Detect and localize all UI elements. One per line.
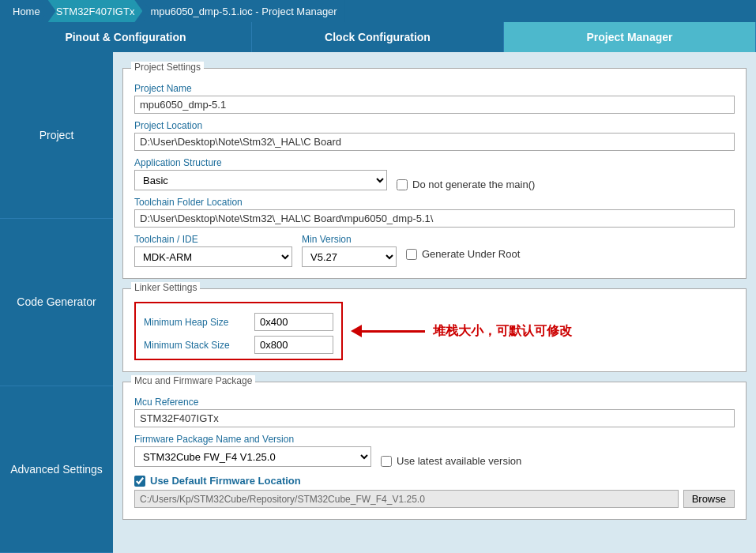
project-name-label: Project Name: [134, 83, 735, 94]
use-default-firmware-checkbox[interactable]: [134, 476, 145, 487]
breadcrumb: Home STM32F407IGTx mpu6050_dmp-5.1.ioc -…: [0, 0, 756, 22]
use-latest-row: Use latest available version: [381, 455, 521, 467]
annotation-arrow: [351, 325, 425, 337]
sidebar-item-advanced-settings[interactable]: Advanced Settings: [0, 386, 113, 553]
tabbar: Pinout & Configuration Clock Configurati…: [0, 22, 756, 52]
generate-under-root-row: Generate Under Root: [406, 248, 520, 260]
breadcrumb-home[interactable]: Home: [6, 0, 48, 22]
breadcrumb-project[interactable]: mpu6050_dmp-5.1.ioc - Project Manager: [142, 0, 344, 22]
app-structure-label: Application Structure: [134, 157, 735, 168]
fw-package-label: Firmware Package Name and Version: [134, 434, 735, 445]
sidebar-item-code-generator[interactable]: Code Generator: [0, 219, 113, 386]
min-stack-label: Minimum Stack Size: [144, 340, 246, 351]
do-not-generate-row: Do not generate the main(): [397, 179, 535, 190]
do-not-generate-checkbox[interactable]: [397, 179, 408, 190]
arrow-head-icon: [351, 325, 362, 337]
use-default-firmware-row: Use Default Firmware Location: [134, 475, 735, 487]
linker-highlight-box: Minimum Heap Size Minimum Stack Size: [134, 302, 343, 360]
main-layout: Project Code Generator Advanced Settings…: [0, 52, 756, 553]
firmware-path-input: [134, 490, 679, 508]
content-area: Project Settings Project Name Project Lo…: [113, 52, 756, 553]
linker-settings-title: Linker Settings: [131, 282, 200, 293]
arrow-line: [362, 330, 425, 333]
do-not-generate-label: Do not generate the main(): [412, 179, 535, 190]
linker-settings-section: Linker Settings Minimum Heap Size Minimu…: [122, 288, 747, 372]
mcu-ref-label: Mcu Reference: [134, 397, 735, 408]
annotation-text: 堆栈大小，可默认可修改: [433, 323, 572, 340]
project-location-label: Project Location: [134, 120, 735, 131]
toolchain-ide-label: Toolchain / IDE: [134, 234, 292, 245]
generate-under-root-label: Generate Under Root: [422, 248, 520, 260]
browse-button[interactable]: Browse: [683, 490, 735, 508]
mcu-ref-input[interactable]: [134, 409, 735, 427]
project-settings-title: Project Settings: [131, 62, 204, 73]
fw-package-select[interactable]: STM32Cube FW_F4 V1.25.0: [134, 446, 371, 467]
toolchain-folder-input[interactable]: [134, 209, 735, 228]
sidebar-item-project[interactable]: Project: [0, 52, 113, 219]
project-name-input[interactable]: [134, 96, 735, 114]
project-settings-section: Project Settings Project Name Project Lo…: [122, 68, 747, 279]
toolchain-ide-select[interactable]: MDK-ARM EWARM SW4STM32: [134, 246, 292, 267]
breadcrumb-mcu[interactable]: STM32F407IGTx: [48, 0, 143, 22]
mcu-firmware-title: Mcu and Firmware Package: [131, 375, 255, 386]
tab-pinout[interactable]: Pinout & Configuration: [0, 22, 252, 52]
tab-project-manager[interactable]: Project Manager: [504, 22, 756, 52]
firmware-path-row: Browse: [134, 490, 735, 508]
use-latest-checkbox[interactable]: [381, 456, 392, 467]
sidebar: Project Code Generator Advanced Settings: [0, 52, 113, 553]
use-latest-label: Use latest available version: [397, 455, 521, 467]
generate-under-root-checkbox[interactable]: [406, 249, 417, 260]
use-default-firmware-label: Use Default Firmware Location: [150, 475, 301, 487]
annotation-area: 堆栈大小，可默认可修改: [343, 323, 572, 340]
toolchain-folder-label: Toolchain Folder Location: [134, 197, 735, 208]
app-structure-select[interactable]: Basic Advanced: [134, 170, 387, 190]
min-version-select[interactable]: V5.27 V5.36: [302, 246, 397, 267]
project-location-input[interactable]: [134, 133, 735, 151]
min-version-label: Min Version: [302, 234, 397, 245]
min-heap-input[interactable]: [254, 313, 333, 331]
min-stack-input[interactable]: [254, 336, 333, 354]
tab-clock[interactable]: Clock Configuration: [252, 22, 504, 52]
min-heap-label: Minimum Heap Size: [144, 317, 246, 328]
mcu-firmware-section: Mcu and Firmware Package Mcu Reference F…: [122, 382, 747, 520]
